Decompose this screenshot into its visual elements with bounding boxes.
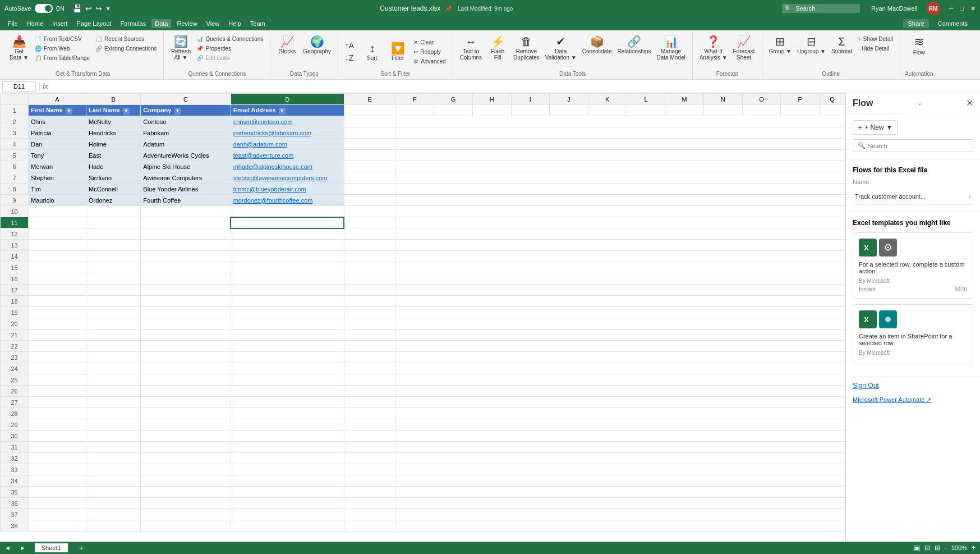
menu-view[interactable]: View <box>203 19 223 28</box>
prev-sheet-btn[interactable]: ◄ <box>4 544 11 551</box>
text-to-columns-btn[interactable]: ↔ Text toColumns <box>458 35 484 62</box>
template-card-2[interactable]: X Create an item in SharePoint for a sel… <box>853 304 973 364</box>
cell-e10[interactable] <box>344 206 395 217</box>
new-flow-btn[interactable]: + + New ▼ <box>853 120 898 135</box>
cell-a1[interactable]: First Name ▼ <box>29 105 86 116</box>
col-o[interactable]: O <box>742 94 781 105</box>
cell-a2[interactable]: Chris <box>29 116 86 127</box>
col-d[interactable]: D <box>231 94 344 105</box>
reapply-btn[interactable]: ↩ Reapply <box>411 48 448 56</box>
get-data-btn[interactable]: 📥 GetData ▼ <box>7 35 31 62</box>
data-validation-btn[interactable]: ✔ DataValidation ▼ <box>543 35 579 62</box>
col-n[interactable]: N <box>703 94 742 105</box>
menu-insert[interactable]: Insert <box>49 19 71 28</box>
cell-d1[interactable]: Email Address ▼ <box>231 105 344 116</box>
cell-k1[interactable] <box>588 105 627 116</box>
from-web-btn[interactable]: 🌐 From Web <box>33 44 92 53</box>
cell-b8[interactable]: McConnell <box>86 184 141 195</box>
cell-h1[interactable] <box>472 105 511 116</box>
col-c[interactable]: C <box>141 94 231 105</box>
cell-a8[interactable]: Tim <box>29 184 86 195</box>
cell-c4[interactable]: Adatum <box>141 139 231 150</box>
cell-d8[interactable]: timmc@blueyonderair.com <box>231 184 344 195</box>
geography-btn[interactable]: 🌍 Geography <box>301 35 333 56</box>
cell-b2[interactable]: McNulty <box>86 116 141 127</box>
template-card-1[interactable]: X ⚙ For a selected row, complete a custo… <box>853 232 973 299</box>
cell-d5[interactable]: teast@adventure.com <box>231 150 344 161</box>
menu-team[interactable]: Team <box>247 19 269 28</box>
cell-m1[interactable] <box>665 105 704 116</box>
cell-l1[interactable] <box>627 105 665 116</box>
cell-p1[interactable] <box>781 105 820 116</box>
menu-page-layout[interactable]: Page Layout <box>73 19 115 28</box>
cell-e2[interactable] <box>344 116 395 127</box>
ms-power-automate-link[interactable]: Microsoft Power Automate ↗ <box>846 394 980 406</box>
cell-g1[interactable] <box>434 105 473 116</box>
panel-close-btn[interactable]: ✕ <box>966 98 973 108</box>
cell-b1[interactable]: Last Name ▼ <box>86 105 141 116</box>
cell-c3[interactable]: Fabrikam <box>141 127 231 139</box>
menu-review[interactable]: Review <box>173 19 200 28</box>
cell-b9[interactable]: Ordonez <box>86 195 141 206</box>
col-j[interactable]: J <box>550 94 588 105</box>
properties-btn[interactable]: 📌 Properties <box>194 44 265 53</box>
cell-b7[interactable]: Siciliano <box>86 172 141 184</box>
col-q[interactable]: Q <box>820 94 845 105</box>
undo-icon[interactable]: ↩ <box>85 4 92 13</box>
search-box-title[interactable]: 🔍 Search <box>782 4 860 13</box>
flow-btn[interactable]: ≋ Flow <box>907 35 931 57</box>
sort-za-btn[interactable]: ↓Z <box>343 52 356 63</box>
recent-sources-btn[interactable]: 🕐 Recent Sources <box>93 35 159 43</box>
cell-a3[interactable]: Patricia <box>29 127 86 139</box>
queries-connections-btn[interactable]: 📊 Queries & Connections <box>194 35 265 43</box>
cell-j1[interactable] <box>550 105 588 116</box>
cell-c1[interactable]: Company ▼ <box>141 105 231 116</box>
cell-d3[interactable]: pathendricks@fabrikam.com <box>231 127 344 139</box>
cell-b5[interactable]: East <box>86 150 141 161</box>
cell-d6[interactable]: mhade@alpineskihouse.com <box>231 161 344 172</box>
panel-chevron-icon[interactable]: ⌄ <box>917 99 922 107</box>
subtotal-btn[interactable]: Σ Subtotal <box>829 35 854 56</box>
sort-btn[interactable]: ↕ Sort <box>360 42 384 62</box>
menu-home[interactable]: Home <box>24 19 47 28</box>
cell-q1[interactable] <box>820 105 845 116</box>
sheet1-tab[interactable]: Sheet1 <box>35 543 68 552</box>
filter-btn[interactable]: 🔽 Filter <box>385 42 410 62</box>
next-sheet-btn[interactable]: ► <box>20 544 26 551</box>
maximize-btn[interactable]: □ <box>960 5 964 12</box>
cell-c11[interactable] <box>141 217 231 228</box>
ungroup-btn[interactable]: ⊟ Ungroup ▼ <box>795 35 828 56</box>
stocks-btn[interactable]: 📈 Stocks <box>275 35 300 56</box>
cell-c10[interactable] <box>141 206 231 217</box>
cell-d11[interactable] <box>231 217 344 228</box>
search-flow-box[interactable]: 🔍 <box>853 139 973 152</box>
cell-d10[interactable] <box>231 206 344 217</box>
col-l[interactable]: L <box>627 94 665 105</box>
cell-a11[interactable] <box>29 217 86 228</box>
forecast-sheet-btn[interactable]: 📈 ForecastSheet <box>731 35 757 62</box>
cell-c7[interactable]: Awesome Computers <box>141 172 231 184</box>
cell-e5[interactable] <box>344 150 395 161</box>
redo-icon[interactable]: ↪ <box>95 4 102 13</box>
menu-help[interactable]: Help <box>225 19 245 28</box>
zoom-out-btn[interactable]: - <box>945 544 947 552</box>
share-btn[interactable]: Share <box>903 19 928 28</box>
col-f[interactable]: F <box>395 94 434 105</box>
col-h[interactable]: H <box>472 94 511 105</box>
cell-reference-input[interactable] <box>2 81 36 91</box>
cell-b6[interactable]: Hade <box>86 161 141 172</box>
col-i[interactable]: I <box>511 94 550 105</box>
col-k[interactable]: K <box>588 94 627 105</box>
normal-view-btn[interactable]: ▣ <box>914 544 920 552</box>
formula-input[interactable] <box>50 83 978 90</box>
menu-formulas[interactable]: Formulas <box>117 19 149 28</box>
cell-e1[interactable] <box>344 105 395 116</box>
sign-out-link[interactable]: Sign Out <box>846 377 980 394</box>
sort-az-btn[interactable]: ↑A <box>343 40 356 51</box>
cell-d7[interactable]: stepsic@awesomecomputers.com <box>231 172 344 184</box>
edit-links-btn[interactable]: 🔗 Edit Links <box>194 54 265 62</box>
cell-b4[interactable]: Holme <box>86 139 141 150</box>
cell-a9[interactable]: Mauricio <box>29 195 86 206</box>
refresh-all-btn[interactable]: 🔄 RefreshAll ▼ <box>168 35 193 62</box>
cell-i1[interactable] <box>511 105 550 116</box>
